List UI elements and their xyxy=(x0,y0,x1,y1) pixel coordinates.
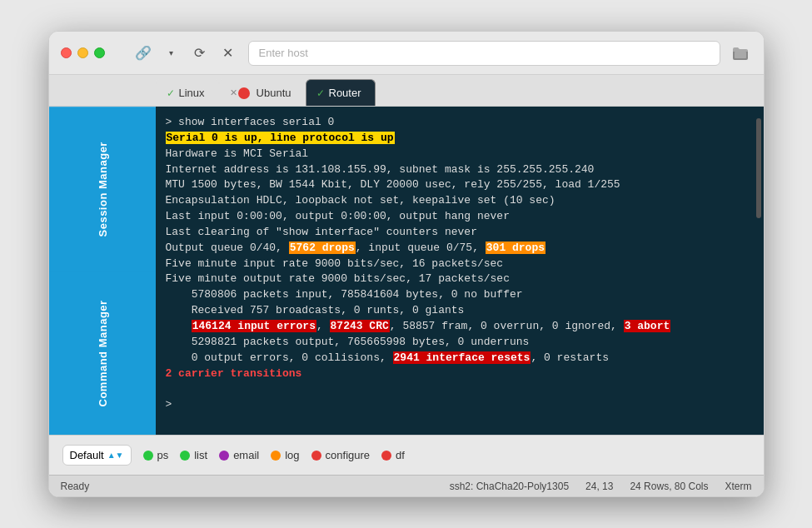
tab-ubuntu[interactable]: ✕ Ubuntu xyxy=(219,79,306,106)
profile-label: Default xyxy=(70,449,104,461)
terminal-line: 2 carrier transitions xyxy=(166,366,744,382)
tab-linux-check-icon: ✓ xyxy=(167,87,175,99)
main-window: 🔗 ▾ ⟳ ✕ Enter host ✓ Linux ✕ Ubuntu ✓ xyxy=(48,31,765,497)
tab-ubuntu-close-icon: ✕ xyxy=(230,87,237,98)
highlight-abort: 3 abort xyxy=(624,320,671,332)
status-position: 24, 13 xyxy=(585,481,613,492)
highlight-interface-resets: 2941 interface resets xyxy=(393,351,531,364)
legend-list-label: list xyxy=(194,449,207,461)
session-manager-label: Session Manager xyxy=(96,142,108,237)
legend-list[interactable]: list xyxy=(180,449,207,461)
terminal-prompt: > xyxy=(166,397,744,413)
title-bar-actions: 🔗 ▾ ⟳ ✕ xyxy=(132,42,240,65)
tab-router-label: Router xyxy=(329,87,361,99)
legend-configure-label: configure xyxy=(326,449,370,461)
legend-configure-dot xyxy=(311,451,321,461)
terminal-line: 146124 input errors, 87243 CRC, 58857 fr… xyxy=(166,319,744,335)
legend-df-dot xyxy=(381,451,391,461)
tab-router[interactable]: ✓ Router xyxy=(306,79,376,106)
terminal-line: Encapsulation HDLC, loopback not set, ke… xyxy=(166,193,744,209)
close-button[interactable] xyxy=(61,47,72,58)
svg-rect-1 xyxy=(735,52,746,58)
close-icon[interactable]: ✕ xyxy=(217,42,240,65)
legend-log-dot xyxy=(271,451,281,461)
address-bar[interactable]: Enter host xyxy=(248,41,720,66)
tab-bar: ✓ Linux ✕ Ubuntu ✓ Router xyxy=(49,75,764,107)
highlight-5762-drops: 5762 drops xyxy=(289,242,356,254)
legend-log-label: log xyxy=(285,449,299,461)
title-bar: 🔗 ▾ ⟳ ✕ Enter host xyxy=(49,32,764,75)
status-bar: Ready ssh2: ChaCha20-Poly1305 24, 13 24 … xyxy=(49,475,764,496)
status-right: ssh2: ChaCha20-Poly1305 24, 13 24 Rows, … xyxy=(450,481,752,492)
terminal-line: Last clearing of "show interface" counte… xyxy=(166,225,744,241)
legend-configure[interactable]: configure xyxy=(311,449,370,461)
maximize-button[interactable] xyxy=(94,47,105,58)
highlight-serial-up: Serial 0 is up, line protocol is up xyxy=(166,132,395,144)
bottom-bar: Default ▲▼ ps list email log configure d… xyxy=(49,435,764,475)
command-manager-label: Command Manager xyxy=(96,300,108,406)
link-icon[interactable]: 🔗 xyxy=(132,42,155,65)
folder-icon[interactable] xyxy=(729,42,752,65)
tab-ubuntu-no-icon xyxy=(238,87,250,99)
tab-linux-label: Linux xyxy=(179,87,205,99)
legend-ps-label: ps xyxy=(157,449,169,461)
terminal-line: MTU 1500 bytes, BW 1544 Kbit, DLY 20000 … xyxy=(166,177,744,193)
refresh-icon[interactable]: ⟳ xyxy=(188,42,212,65)
status-terminal-type: Xterm xyxy=(725,481,751,492)
terminal-line: > show interfaces serial 0 xyxy=(166,115,744,131)
status-ready: Ready xyxy=(61,481,90,492)
scrollbar-thumb[interactable] xyxy=(756,118,761,218)
terminal-line: 5298821 packets output, 765665998 bytes,… xyxy=(166,335,744,351)
terminal-line: 0 output errors, 0 collisions, 2941 inte… xyxy=(166,351,744,366)
legend-ps-dot xyxy=(143,451,153,461)
status-encryption: ssh2: ChaCha20-Poly1305 xyxy=(450,481,569,492)
command-manager-button[interactable]: Command Manager xyxy=(49,271,156,436)
terminal-line: Hardware is MCI Serial xyxy=(166,147,744,162)
sidebar: Session Manager Command Manager xyxy=(49,107,156,435)
highlight-301-drops: 301 drops xyxy=(486,242,545,254)
legend-log[interactable]: log xyxy=(271,449,299,461)
main-area: Session Manager Command Manager > show i… xyxy=(49,107,764,435)
session-manager-button[interactable]: Session Manager xyxy=(49,107,156,271)
terminal-line: Five minute input rate 9000 bits/sec, 16… xyxy=(166,257,744,272)
legend-df[interactable]: df xyxy=(381,449,405,461)
legend-ps[interactable]: ps xyxy=(143,449,169,461)
dropdown-icon[interactable]: ▾ xyxy=(160,42,183,65)
legend-email[interactable]: email xyxy=(219,449,259,461)
minimize-button[interactable] xyxy=(77,47,88,58)
terminal-line: Received 757 broadcasts, 0 runts, 0 gian… xyxy=(166,303,744,319)
highlight-carrier-transitions: 2 carrier transitions xyxy=(166,367,302,380)
profile-arrow-icon: ▲▼ xyxy=(107,451,124,460)
highlight-crc: 87243 CRC xyxy=(330,320,390,332)
status-dimensions: 24 Rows, 80 Cols xyxy=(630,481,708,492)
terminal-line xyxy=(166,381,744,397)
legend-email-dot xyxy=(219,451,229,461)
terminal-line: Five minute output rate 9000 bits/sec, 1… xyxy=(166,271,744,287)
terminal-line: Serial 0 is up, line protocol is up xyxy=(166,131,744,147)
terminal[interactable]: > show interfaces serial 0 Serial 0 is u… xyxy=(156,107,754,435)
profile-select[interactable]: Default ▲▼ xyxy=(62,445,132,466)
terminal-line: Output queue 0/40, 5762 drops, input que… xyxy=(166,241,744,257)
tab-router-check-icon: ✓ xyxy=(316,87,325,99)
terminal-line: 5780806 packets input, 785841604 bytes, … xyxy=(166,287,744,303)
legend-list-dot xyxy=(180,451,190,461)
legend-email-label: email xyxy=(233,449,259,461)
terminal-line: Last input 0:00:00, output 0:00:00, outp… xyxy=(166,209,744,225)
scrollbar[interactable] xyxy=(754,107,764,435)
highlight-input-errors: 146124 input errors xyxy=(192,320,316,332)
address-placeholder: Enter host xyxy=(259,47,308,59)
tab-linux[interactable]: ✓ Linux xyxy=(156,79,219,106)
terminal-line: Internet address is 131.108.155.99, subn… xyxy=(166,162,744,178)
traffic-lights xyxy=(61,47,105,58)
tab-ubuntu-label: Ubuntu xyxy=(257,87,291,99)
legend-df-label: df xyxy=(396,449,405,461)
